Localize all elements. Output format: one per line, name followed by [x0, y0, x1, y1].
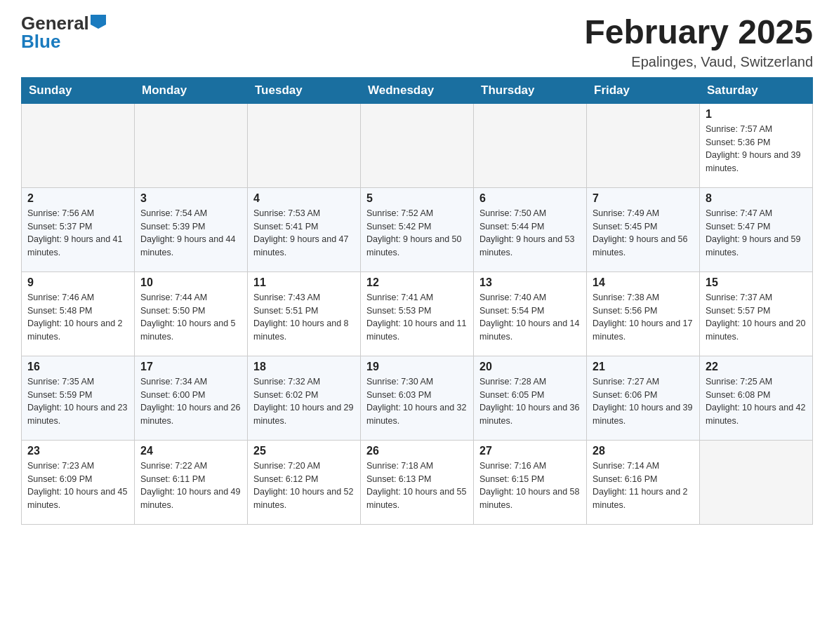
calendar-cell: 20Sunrise: 7:28 AM Sunset: 6:05 PM Dayli… — [474, 356, 587, 440]
day-number: 23 — [27, 445, 128, 457]
calendar-cell: 4Sunrise: 7:53 AM Sunset: 5:41 PM Daylig… — [248, 187, 361, 271]
calendar-cell: 25Sunrise: 7:20 AM Sunset: 6:12 PM Dayli… — [248, 440, 361, 524]
logo-blue-text: Blue — [21, 31, 60, 52]
day-info: Sunrise: 7:35 AM Sunset: 5:59 PM Dayligh… — [27, 375, 128, 428]
day-number: 1 — [706, 108, 807, 121]
day-number: 20 — [479, 361, 581, 373]
day-info: Sunrise: 7:41 AM Sunset: 5:53 PM Dayligh… — [366, 291, 468, 344]
day-number: 9 — [27, 276, 128, 289]
calendar-cell: 16Sunrise: 7:35 AM Sunset: 5:59 PM Dayli… — [22, 356, 135, 440]
calendar-cell — [22, 103, 135, 187]
day-number: 14 — [593, 276, 694, 289]
calendar-week-row: 1Sunrise: 7:57 AM Sunset: 5:36 PM Daylig… — [22, 103, 813, 187]
day-number: 16 — [27, 361, 128, 373]
day-number: 10 — [140, 276, 241, 289]
calendar-cell: 6Sunrise: 7:50 AM Sunset: 5:44 PM Daylig… — [474, 187, 587, 271]
day-info: Sunrise: 7:49 AM Sunset: 5:45 PM Dayligh… — [593, 207, 694, 260]
weekday-header-row: SundayMondayTuesdayWednesdayThursdayFrid… — [22, 77, 813, 103]
day-info: Sunrise: 7:53 AM Sunset: 5:41 PM Dayligh… — [253, 207, 355, 260]
logo: General Blue — [21, 14, 106, 51]
day-number: 15 — [706, 276, 807, 289]
day-info: Sunrise: 7:37 AM Sunset: 5:57 PM Dayligh… — [706, 291, 807, 344]
day-info: Sunrise: 7:28 AM Sunset: 6:05 PM Dayligh… — [479, 375, 581, 428]
day-number: 25 — [253, 445, 355, 457]
calendar-cell: 12Sunrise: 7:41 AM Sunset: 5:53 PM Dayli… — [361, 271, 474, 356]
calendar-cell — [700, 440, 813, 524]
day-number: 5 — [366, 192, 468, 205]
day-info: Sunrise: 7:23 AM Sunset: 6:09 PM Dayligh… — [27, 459, 128, 512]
logo-arrow-icon — [91, 15, 106, 29]
day-number: 22 — [706, 361, 807, 373]
calendar-cell: 9Sunrise: 7:46 AM Sunset: 5:48 PM Daylig… — [22, 271, 135, 356]
calendar-cell: 7Sunrise: 7:49 AM Sunset: 5:45 PM Daylig… — [587, 187, 700, 271]
calendar-cell: 24Sunrise: 7:22 AM Sunset: 6:11 PM Dayli… — [135, 440, 248, 524]
weekday-header-friday: Friday — [587, 77, 700, 103]
day-number: 21 — [593, 361, 694, 373]
weekday-header-monday: Monday — [135, 77, 248, 103]
day-info: Sunrise: 7:46 AM Sunset: 5:48 PM Dayligh… — [27, 291, 128, 344]
day-info: Sunrise: 7:22 AM Sunset: 6:11 PM Dayligh… — [140, 459, 241, 512]
calendar-week-row: 9Sunrise: 7:46 AM Sunset: 5:48 PM Daylig… — [22, 271, 813, 356]
day-number: 6 — [479, 192, 581, 205]
weekday-header-saturday: Saturday — [700, 77, 813, 103]
day-info: Sunrise: 7:20 AM Sunset: 6:12 PM Dayligh… — [253, 459, 355, 512]
day-info: Sunrise: 7:57 AM Sunset: 5:36 PM Dayligh… — [706, 123, 807, 175]
day-number: 19 — [366, 361, 468, 373]
day-number: 3 — [140, 192, 241, 205]
day-number: 17 — [140, 361, 241, 373]
calendar-cell: 8Sunrise: 7:47 AM Sunset: 5:47 PM Daylig… — [700, 187, 813, 271]
day-number: 12 — [366, 276, 468, 289]
calendar-cell: 26Sunrise: 7:18 AM Sunset: 6:13 PM Dayli… — [361, 440, 474, 524]
day-info: Sunrise: 7:40 AM Sunset: 5:54 PM Dayligh… — [479, 291, 581, 344]
calendar-week-row: 2Sunrise: 7:56 AM Sunset: 5:37 PM Daylig… — [22, 187, 813, 271]
day-number: 28 — [593, 445, 694, 457]
calendar-week-row: 23Sunrise: 7:23 AM Sunset: 6:09 PM Dayli… — [22, 440, 813, 524]
day-number: 8 — [706, 192, 807, 205]
calendar-cell: 17Sunrise: 7:34 AM Sunset: 6:00 PM Dayli… — [135, 356, 248, 440]
logo-general-text: General — [21, 14, 89, 32]
day-number: 24 — [140, 445, 241, 457]
calendar-cell — [474, 103, 587, 187]
day-number: 2 — [27, 192, 128, 205]
weekday-header-wednesday: Wednesday — [361, 77, 474, 103]
day-info: Sunrise: 7:47 AM Sunset: 5:47 PM Dayligh… — [706, 207, 807, 260]
weekday-header-tuesday: Tuesday — [248, 77, 361, 103]
calendar-table: SundayMondayTuesdayWednesdayThursdayFrid… — [21, 77, 813, 525]
calendar-cell: 13Sunrise: 7:40 AM Sunset: 5:54 PM Dayli… — [474, 271, 587, 356]
day-info: Sunrise: 7:32 AM Sunset: 6:02 PM Dayligh… — [253, 375, 355, 428]
day-info: Sunrise: 7:54 AM Sunset: 5:39 PM Dayligh… — [140, 207, 241, 260]
day-info: Sunrise: 7:38 AM Sunset: 5:56 PM Dayligh… — [593, 291, 694, 344]
calendar-cell: 10Sunrise: 7:44 AM Sunset: 5:50 PM Dayli… — [135, 271, 248, 356]
calendar-cell: 18Sunrise: 7:32 AM Sunset: 6:02 PM Dayli… — [248, 356, 361, 440]
day-info: Sunrise: 7:16 AM Sunset: 6:15 PM Dayligh… — [479, 459, 581, 512]
day-info: Sunrise: 7:43 AM Sunset: 5:51 PM Dayligh… — [253, 291, 355, 344]
calendar-cell: 28Sunrise: 7:14 AM Sunset: 6:16 PM Dayli… — [587, 440, 700, 524]
calendar-cell: 14Sunrise: 7:38 AM Sunset: 5:56 PM Dayli… — [587, 271, 700, 356]
day-info: Sunrise: 7:44 AM Sunset: 5:50 PM Dayligh… — [140, 291, 241, 344]
day-info: Sunrise: 7:14 AM Sunset: 6:16 PM Dayligh… — [593, 459, 694, 512]
month-title: February 2025 — [584, 14, 813, 51]
calendar-cell: 23Sunrise: 7:23 AM Sunset: 6:09 PM Dayli… — [22, 440, 135, 524]
weekday-header-sunday: Sunday — [22, 77, 135, 103]
calendar-cell — [587, 103, 700, 187]
day-info: Sunrise: 7:56 AM Sunset: 5:37 PM Dayligh… — [27, 207, 128, 260]
calendar-cell: 5Sunrise: 7:52 AM Sunset: 5:42 PM Daylig… — [361, 187, 474, 271]
day-number: 27 — [479, 445, 581, 457]
day-info: Sunrise: 7:27 AM Sunset: 6:06 PM Dayligh… — [593, 375, 694, 428]
calendar-cell: 3Sunrise: 7:54 AM Sunset: 5:39 PM Daylig… — [135, 187, 248, 271]
day-number: 7 — [593, 192, 694, 205]
location: Epalinges, Vaud, Switzerland — [584, 54, 813, 70]
calendar-cell — [361, 103, 474, 187]
day-info: Sunrise: 7:34 AM Sunset: 6:00 PM Dayligh… — [140, 375, 241, 428]
day-number: 11 — [253, 276, 355, 289]
day-info: Sunrise: 7:50 AM Sunset: 5:44 PM Dayligh… — [479, 207, 581, 260]
day-number: 26 — [366, 445, 468, 457]
calendar-cell: 1Sunrise: 7:57 AM Sunset: 5:36 PM Daylig… — [700, 103, 813, 187]
calendar-cell: 19Sunrise: 7:30 AM Sunset: 6:03 PM Dayli… — [361, 356, 474, 440]
calendar-cell — [135, 103, 248, 187]
day-info: Sunrise: 7:52 AM Sunset: 5:42 PM Dayligh… — [366, 207, 468, 260]
calendar-cell: 15Sunrise: 7:37 AM Sunset: 5:57 PM Dayli… — [700, 271, 813, 356]
weekday-header-thursday: Thursday — [474, 77, 587, 103]
calendar-cell: 27Sunrise: 7:16 AM Sunset: 6:15 PM Dayli… — [474, 440, 587, 524]
day-number: 18 — [253, 361, 355, 373]
